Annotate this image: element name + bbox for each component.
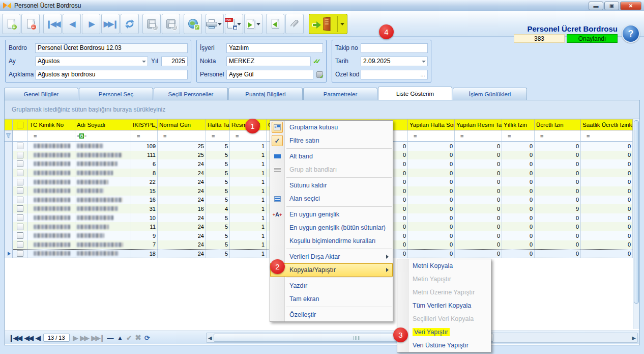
tab-i-lem-g-nl-kleri[interactable]: İşlem Günlükleri — [453, 88, 527, 100]
chevron-down-icon[interactable] — [422, 61, 426, 63]
row-checkbox[interactable] — [17, 250, 23, 257]
maximize-button[interactable]: ▣ — [604, 2, 619, 10]
row-checkbox[interactable] — [17, 179, 23, 185]
ellipsis-icon[interactable]: … — [420, 72, 425, 77]
nav-refresh-button[interactable]: ⟳ — [144, 334, 150, 342]
nokta-field[interactable]: MERKEZ — [226, 57, 311, 66]
menu-item-filtre-satırı[interactable]: ✓Filtre satırı — [270, 134, 393, 147]
web-approve-button[interactable]: ✓ — [184, 14, 202, 34]
row-checkbox[interactable] — [17, 232, 23, 239]
menu-item-en-uygun-genişlik[interactable]: +A+En uygun genişlik — [270, 208, 393, 221]
column-header-sel[interactable] — [13, 119, 28, 130]
filter-cell-yi[interactable]: = — [502, 130, 535, 142]
filter-cell-yrt[interactable]: = — [455, 130, 502, 142]
nav-forward-button[interactable]: ▶▶ — [80, 334, 89, 342]
menu-item-tüm-verileri-kopyala[interactable]: Tüm Verileri Kopyala — [397, 299, 491, 312]
chevron-down-icon[interactable] — [142, 61, 146, 63]
copy-transfer-button[interactable] — [244, 14, 262, 34]
copy-dropdown-icon[interactable] — [256, 23, 260, 25]
next-record-button[interactable]: ▶ — [82, 14, 100, 34]
filter-cell-htatil[interactable]: = — [206, 130, 230, 142]
row-checkbox[interactable] — [17, 143, 23, 149]
close-button[interactable]: ✕ — [620, 2, 641, 10]
help-button[interactable]: ? — [622, 24, 640, 43]
row-checkbox[interactable] — [17, 205, 23, 212]
takip-field[interactable] — [361, 43, 428, 53]
refresh-button[interactable] — [121, 14, 139, 34]
yil-field[interactable]: 2025 — [161, 57, 188, 66]
filter-cell-name[interactable]: aBc — [75, 130, 131, 142]
nav-rewind-button[interactable]: ◀◀ — [24, 334, 33, 342]
menu-item-veri-üstüne-yapıştır[interactable]: Veri Üstüne Yapıştır — [397, 339, 491, 352]
exit-button[interactable] — [309, 14, 347, 34]
menu-item-en-uygun-genişlik-bütün-sütunlar-[interactable]: En uygun genişlik (bütün sütunlar) — [270, 221, 393, 234]
print-button[interactable] — [206, 14, 224, 34]
column-header-htatil[interactable]: Hafta Tatili — [206, 119, 230, 130]
menu-item-tam-ekran[interactable]: Tam ekran — [270, 292, 393, 306]
menu-item-alan-seçici[interactable]: Alan seçici — [270, 192, 393, 205]
tarih-select[interactable]: 2.09.2025 — [361, 57, 428, 66]
nav-cancel-button[interactable]: ✖ — [135, 333, 141, 342]
menu-item-koşullu-biçimlendirme-kuralları[interactable]: Koşullu biçimlendirme kuralları — [270, 234, 393, 248]
new-document-button[interactable]: + — [2, 14, 20, 34]
nav-first-button[interactable]: ❙◀◀ — [9, 334, 21, 342]
filter-cell-sui[interactable]: = — [581, 130, 633, 142]
row-checkbox[interactable] — [17, 197, 23, 203]
ozel-kod-field[interactable]: … — [361, 70, 428, 79]
bordro-field[interactable]: Personel Ücret Bordrosu 12.03 — [35, 43, 188, 53]
select-all-checkbox[interactable] — [17, 122, 23, 128]
previous-record-button[interactable]: ◀ — [63, 14, 81, 34]
menu-item-sütunu-kaldır[interactable]: Sütunu kaldır — [270, 179, 393, 192]
group-by-panel[interactable]: Gruplamak istediğiniz sütun başlığını bu… — [5, 100, 639, 119]
tab-se-ili-personeller[interactable]: Seçili Personeller — [154, 88, 228, 100]
column-header-yhs[interactable]: Yapılan Hafta Sonu — [408, 119, 455, 130]
tab-liste-g-sterim[interactable]: Liste Gösterim — [378, 87, 452, 100]
menu-item-metni-kopyala[interactable]: Metni Kopyala — [397, 259, 491, 273]
delete-document-button[interactable]: − — [21, 14, 40, 34]
column-header-sui[interactable]: Saatlik Ücretli İzinle — [581, 119, 633, 130]
last-record-button[interactable]: ▶▶❙ — [101, 14, 120, 34]
column-header-ikisype[interactable]: IKISYPE_No — [131, 119, 158, 130]
row-checkbox[interactable] — [17, 224, 23, 230]
save-button[interactable]: ✓ — [142, 14, 161, 34]
nav-delete-button[interactable]: — — [107, 334, 113, 342]
isyeri-field[interactable]: Yazılım — [226, 43, 323, 53]
menu-item-verileri-dışa-aktar[interactable]: Verileri Dışa Aktar — [270, 250, 393, 263]
personel-picker-icon[interactable] — [316, 71, 323, 78]
nav-commit-button[interactable]: ✔ — [126, 334, 132, 342]
menu-item-özelleştir[interactable]: Özelleştir — [270, 308, 393, 321]
row-checkbox[interactable] — [17, 214, 23, 221]
filter-cell-tc[interactable]: = — [28, 130, 75, 142]
filter-cell-yhs[interactable]: = — [408, 130, 455, 142]
pdf-export-button[interactable]: PDF — [225, 14, 243, 34]
tools-button[interactable] — [285, 14, 304, 34]
filter-cell-ngun[interactable]: = — [158, 130, 206, 142]
column-header-tc[interactable]: TC Kimlik No — [28, 119, 75, 130]
aciklama-field[interactable]: Ağustos ayı bordrosu — [35, 70, 188, 79]
column-header-ngun[interactable]: Normal Gün — [158, 119, 206, 130]
nav-next-button[interactable]: ▶ — [73, 334, 77, 342]
tab-parametreler[interactable]: Parametreler — [303, 88, 377, 100]
tab-personel-se-[interactable]: Personel Seç — [79, 88, 153, 100]
menu-item-gruplama-kutusu[interactable]: Gruplama kutusu — [270, 121, 393, 134]
column-header-ui[interactable]: Ücretli İzin — [535, 119, 581, 130]
minimize-button[interactable]: ▬ — [589, 2, 603, 10]
filter-cell-sel[interactable] — [13, 130, 28, 142]
nav-previous-button[interactable]: ◀ — [36, 334, 40, 342]
nav-edit-button[interactable]: ▲ — [116, 334, 123, 342]
filter-cell-ikisype[interactable]: = — [131, 130, 158, 142]
column-header-yrt[interactable]: Yapılan Resmi Tatil — [455, 119, 502, 130]
scroll-left-icon[interactable]: ◀ — [208, 335, 212, 341]
ay-select[interactable]: Ağustos — [35, 57, 148, 66]
column-header-name[interactable]: Adı Soyadı — [75, 119, 131, 130]
row-checkbox[interactable] — [17, 241, 23, 248]
menu-item-alt-band[interactable]: Alt band — [270, 150, 393, 163]
save-cancel-button[interactable]: ✕ — [162, 14, 180, 34]
row-checkbox[interactable] — [17, 187, 23, 194]
tab-puantaj-bilgileri[interactable]: Puantaj Bilgileri — [228, 88, 303, 100]
vertical-scrollbar-thumb[interactable] — [634, 120, 639, 304]
row-checkbox[interactable] — [17, 170, 23, 176]
nav-last-button[interactable]: ▶▶❙ — [92, 334, 104, 342]
column-header-yi[interactable]: Yıllık İzin — [502, 119, 535, 130]
filter-cell-ui[interactable]: = — [535, 130, 581, 142]
